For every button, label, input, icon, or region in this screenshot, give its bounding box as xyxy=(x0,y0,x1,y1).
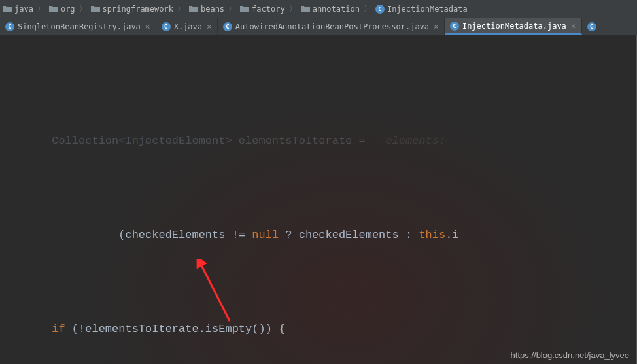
breadcrumb-item[interactable]: java xyxy=(0,5,36,14)
breadcrumb-label: factory xyxy=(252,5,285,14)
tab-injection-metadata[interactable]: C InjectionMetadata.java × xyxy=(445,18,582,35)
code-line: (checkedElements != null ? checkedElemen… xyxy=(0,223,637,247)
class-icon: C xyxy=(162,22,171,31)
code-line: Collection<InjectedElement> elementsToIt… xyxy=(0,129,637,153)
breadcrumb-item[interactable]: factory xyxy=(237,5,288,14)
tab-more[interactable]: C xyxy=(582,18,602,35)
class-icon: C xyxy=(5,22,14,31)
folder-icon xyxy=(3,5,12,13)
breadcrumb-item[interactable]: C InjectionMetadata xyxy=(373,5,470,14)
class-icon: C xyxy=(587,22,596,31)
folder-icon xyxy=(91,5,100,13)
chevron-right-icon: 〉 xyxy=(78,3,88,14)
class-icon: C xyxy=(375,5,385,14)
tab-singleton-bean-registry[interactable]: C SingletonBeanRegistry.java × xyxy=(0,18,156,35)
breadcrumb-label: springframework xyxy=(103,5,173,14)
breadcrumb: java 〉 org 〉 springframework 〉 beans 〉 f… xyxy=(0,0,637,18)
code-line: if (!elementsToIterate.isEmpty()) { xyxy=(0,318,637,341)
chevron-right-icon: 〉 xyxy=(288,3,298,14)
chevron-right-icon: 〉 xyxy=(362,3,373,14)
breadcrumb-item[interactable]: org xyxy=(46,5,78,14)
folder-icon xyxy=(240,5,249,13)
breadcrumb-label: java xyxy=(14,5,33,14)
tab-autowired-annotation-bpp[interactable]: C AutowiredAnnotationBeanPostProcessor.j… xyxy=(218,18,445,35)
breadcrumb-item[interactable]: beans xyxy=(186,5,227,14)
editor-tabs: C SingletonBeanRegistry.java × C X.java … xyxy=(0,18,637,35)
close-icon[interactable]: × xyxy=(432,22,439,31)
watermark: https://blog.csdn.net/java_lyvee xyxy=(511,350,629,360)
close-icon[interactable]: × xyxy=(144,22,150,31)
chevron-right-icon: 〉 xyxy=(227,3,237,14)
folder-icon xyxy=(49,5,58,13)
chevron-right-icon: 〉 xyxy=(176,3,186,14)
breadcrumb-item[interactable]: annotation xyxy=(298,5,362,14)
breadcrumb-item[interactable]: springframework xyxy=(88,5,176,14)
tab-label: AutowiredAnnotationBeanPostProcessor.jav… xyxy=(235,22,429,31)
tab-label: X.java xyxy=(174,22,202,31)
chevron-right-icon: 〉 xyxy=(36,3,46,14)
breadcrumb-label: InjectionMetadata xyxy=(387,5,468,14)
class-icon: C xyxy=(223,22,232,31)
breadcrumb-label: annotation xyxy=(313,5,360,14)
folder-icon xyxy=(301,5,310,13)
close-icon[interactable]: × xyxy=(205,22,212,31)
close-icon[interactable]: × xyxy=(570,21,576,31)
breadcrumb-label: beans xyxy=(201,5,224,14)
tab-label: SingletonBeanRegistry.java xyxy=(18,22,141,31)
tab-x[interactable]: C X.java × xyxy=(156,18,218,35)
folder-icon xyxy=(189,5,198,13)
tab-label: InjectionMetadata.java xyxy=(462,22,566,31)
breadcrumb-label: org xyxy=(61,5,75,14)
code-editor[interactable]: Collection<InjectedElement> elementsToIt… xyxy=(0,35,637,364)
class-icon: C xyxy=(450,22,459,31)
